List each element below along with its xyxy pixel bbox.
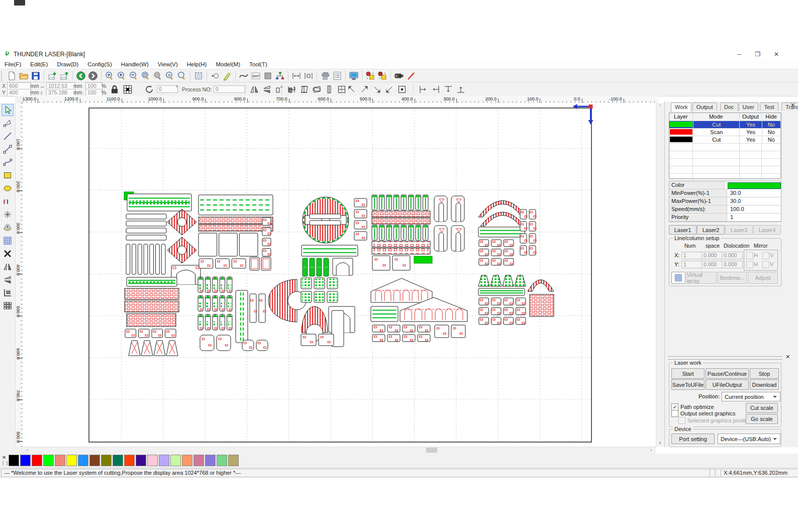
forward-button[interactable]	[87, 70, 99, 81]
union-rect-button[interactable]	[311, 83, 322, 95]
palette-color-10[interactable]	[113, 455, 123, 466]
print-button[interactable]	[319, 70, 331, 81]
laser-tab-2[interactable]: Laser2	[697, 225, 725, 235]
y-array-field-1[interactable]: 0.000	[702, 261, 723, 268]
space-h-button[interactable]	[290, 70, 303, 81]
draw-curve-button[interactable]	[238, 70, 250, 81]
weld-h-button[interactable]	[285, 83, 297, 95]
design-group[interactable]	[372, 195, 464, 270]
zoom-frame-button[interactable]	[152, 70, 164, 81]
device-dropdown[interactable]: Device---(USB:Auto)	[718, 434, 780, 444]
layer-color-swatch[interactable]	[670, 137, 692, 142]
go-scale-button[interactable]: Go scale	[746, 414, 778, 424]
close-button[interactable]: ✕	[769, 49, 784, 59]
palette-color-15[interactable]	[170, 455, 181, 466]
task-list-button[interactable]	[331, 70, 343, 81]
property-value[interactable]: 30.0	[727, 197, 781, 205]
palette-color-12[interactable]	[136, 455, 146, 466]
bestrew--button[interactable]: Bestrew...	[718, 272, 747, 284]
zoom-pick-button[interactable]	[176, 70, 188, 81]
savetoufile-button[interactable]: SaveToUFile	[671, 379, 705, 390]
y-array-field-2[interactable]: 0.000	[722, 261, 743, 268]
design-group[interactable]	[124, 192, 201, 284]
export-image-button[interactable]	[58, 70, 70, 81]
tab-transform[interactable]: Transform	[781, 102, 798, 111]
zoom-page-button[interactable]	[140, 70, 152, 81]
corner-cut-tool-button[interactable]	[2, 287, 14, 299]
align-left-button[interactable]	[417, 83, 429, 95]
bmp-tool-button[interactable]: BMP	[250, 70, 262, 81]
scroll-right-icon[interactable]: ›	[648, 447, 655, 453]
property-value[interactable]: 1	[727, 214, 781, 221]
mirror-h-tool-button[interactable]	[2, 261, 14, 273]
bezier-tool-button[interactable]	[2, 156, 14, 168]
menu-view[interactable]: View(V)	[153, 60, 182, 68]
x-array-field-1[interactable]: 0.000	[702, 252, 723, 259]
text-tool-button[interactable]: fI	[2, 195, 14, 207]
grid-array-tool-button[interactable]	[2, 235, 14, 247]
scroll-left-icon[interactable]: ‹	[24, 447, 31, 453]
palette-color-13[interactable]	[147, 455, 158, 466]
dot-edit-button[interactable]	[209, 70, 221, 81]
tab-user[interactable]: User	[739, 102, 758, 111]
menu-config[interactable]: Config(S)	[83, 60, 117, 68]
tab-test[interactable]: Test	[760, 102, 778, 111]
laser-tab-4[interactable]: Laser4	[753, 225, 781, 235]
mirror-h-checkbox[interactable]	[746, 261, 753, 268]
palette-color-19[interactable]	[217, 455, 227, 466]
polyline-tool-button[interactable]	[2, 143, 14, 155]
rotate-button[interactable]	[144, 84, 155, 95]
select-arrow-button[interactable]	[2, 104, 14, 116]
anchor-grid-button[interactable]	[122, 83, 134, 95]
laser-tab-3[interactable]: Laser3	[725, 225, 753, 235]
design-group[interactable]	[371, 278, 467, 342]
preview-sim-button[interactable]	[376, 70, 388, 81]
palette-color-18[interactable]	[205, 455, 216, 466]
mirror-obj-h-button[interactable]	[248, 83, 260, 95]
capture-tool-button[interactable]	[2, 222, 14, 234]
design-group[interactable]	[478, 275, 554, 325]
zoom-in-button[interactable]	[116, 70, 128, 81]
node-edit-button[interactable]	[2, 117, 14, 129]
to-center-button[interactable]	[396, 83, 408, 95]
new-file-button[interactable]	[6, 70, 18, 81]
color-value-swatch[interactable]	[728, 182, 781, 189]
design-group[interactable]	[198, 277, 306, 351]
layer-row[interactable]: CutYesNo	[669, 121, 781, 129]
back-button[interactable]	[75, 70, 87, 81]
virtual-array-button[interactable]: Virtual array	[686, 272, 717, 284]
save-file-button[interactable]	[30, 70, 42, 81]
laser-tab-1[interactable]: Laser1	[669, 225, 696, 235]
path-optimize-checkbox[interactable]: ✓	[671, 403, 678, 410]
import-image-button[interactable]	[46, 70, 58, 81]
mirror-obj-v-button[interactable]	[261, 83, 272, 95]
palette-close-icon[interactable]: ✕	[2, 455, 6, 460]
menu-model[interactable]: Model(M)	[211, 60, 245, 68]
palette-color-11[interactable]	[124, 455, 135, 466]
design-group[interactable]	[125, 277, 179, 356]
y-array-field-0[interactable]: 1	[681, 261, 703, 268]
minimize-button[interactable]: –	[732, 49, 747, 59]
scroll-down-icon[interactable]: ˅	[656, 440, 664, 447]
pause-continue-button[interactable]: Pause/Continue	[706, 368, 749, 379]
camera-button[interactable]	[393, 70, 405, 81]
align-bottom-button[interactable]	[455, 83, 466, 95]
palette-color-3[interactable]	[32, 455, 42, 466]
align-right-button[interactable]	[430, 83, 441, 95]
rotate-obj-90-button[interactable]	[273, 83, 285, 95]
output-select-graphics-checkbox[interactable]	[671, 410, 678, 417]
download-button[interactable]: Download	[750, 379, 779, 390]
mirror-v-checkbox[interactable]	[762, 261, 769, 268]
x-array-field-2[interactable]: 0.000	[722, 252, 743, 259]
laser-pointer-button[interactable]	[405, 70, 417, 81]
open-file-button[interactable]	[18, 70, 30, 81]
to-top-left-button[interactable]	[346, 83, 357, 95]
preview-run-button[interactable]	[364, 70, 376, 81]
design-group[interactable]	[302, 197, 367, 276]
design-group[interactable]	[198, 195, 273, 270]
mirror-v-tool-button[interactable]	[2, 274, 14, 286]
mirror-h-checkbox[interactable]	[746, 252, 753, 259]
zoom-out-button[interactable]	[128, 70, 140, 81]
layer-color-swatch[interactable]	[670, 122, 692, 127]
property-value[interactable]: 30.0	[727, 189, 781, 197]
